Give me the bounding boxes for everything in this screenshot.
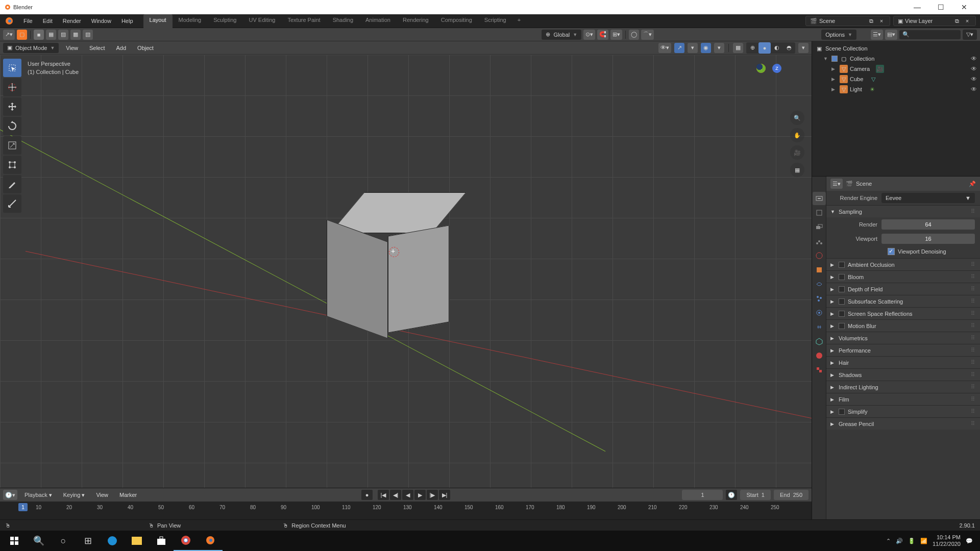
3d-viewport[interactable]: User Perspective (1) Collection | Cube [0,55,812,488]
overlay-dropdown[interactable]: ▾ [714,43,724,53]
ptab-texture[interactable] [813,363,826,377]
panel-hair[interactable]: ▶Hair⠿ [826,356,980,368]
tab-scripting[interactable]: Scripting [478,14,512,28]
panel-enable-checkbox[interactable] [839,274,845,280]
wifi-icon[interactable]: 📶 [920,538,927,544]
ptab-render[interactable] [813,192,826,205]
menu-window[interactable]: Window [86,16,116,26]
properties-editor-type[interactable]: ☰▾ [830,179,843,189]
viewport-samples-input[interactable] [881,234,975,244]
timeline-playback[interactable]: Playback ▾ [20,490,56,500]
gizmo-toggle[interactable]: ↗ [674,43,684,53]
shading-solid[interactable]: ● [758,42,771,54]
expand-icon[interactable]: ▼ [823,56,829,61]
tab-shading[interactable]: Shading [327,14,359,28]
mode-selector[interactable]: ▣ Object Mode ▼ [3,43,59,53]
task-view-button[interactable]: ⊞ [76,531,100,551]
panel-ambient-occlusion[interactable]: ▶Ambient Occlusion⠿ [826,258,980,270]
notifications-icon[interactable]: 💬 [966,538,973,544]
current-frame[interactable]: 1 [682,490,723,500]
visibility-toggle-icon[interactable]: 👁 [971,55,977,62]
visibility-toggle-icon[interactable]: 👁 [971,86,977,93]
tab-texture[interactable]: Texture Paint [281,14,326,28]
tool-transform[interactable] [3,156,21,174]
proportional-edit[interactable]: ◯ [629,30,639,40]
tab-sculpting[interactable]: Sculpting [207,14,242,28]
snap-target[interactable]: ⊞▾ [610,30,622,40]
menu-help[interactable]: Help [116,16,138,26]
close-button[interactable]: ✕ [952,3,976,11]
menu-file[interactable]: File [18,16,38,26]
blender-taskbar-icon[interactable] [198,531,223,551]
scene-breadcrumb[interactable]: Scene [856,181,872,187]
panel-indirect-lighting[interactable]: ▶Indirect Lighting⠿ [826,381,980,393]
tool-rotate[interactable] [3,117,21,135]
panel-enable-checkbox[interactable] [839,286,845,292]
panel-screen-space-reflections[interactable]: ▶Screen Space Reflections⠿ [826,307,980,319]
navigation-gizmo[interactable]: Z X Y [756,64,797,105]
pivot-point[interactable]: ⊙▾ [583,30,595,40]
expand-icon[interactable]: ▶ [831,77,838,82]
tree-camera[interactable]: ▶ ▽ Camera 🎥 👁 [812,64,980,74]
select-mode-set[interactable]: ■ [34,30,44,40]
panel-enable-checkbox[interactable] [839,262,845,268]
panel-subsurface-scattering[interactable]: ▶Subsurface Scattering⠿ [826,295,980,307]
panel-enable-checkbox[interactable] [839,298,845,305]
tool-select-box[interactable] [3,59,21,77]
system-clock[interactable]: 10:14 PM 11/22/2020 [933,534,961,547]
viewport-denoising-checkbox[interactable] [888,248,895,255]
tray-expand-icon[interactable]: ⌃ [886,538,891,544]
timeline-editor-type[interactable]: 🕐▾ [3,490,17,500]
new-scene-icon[interactable]: ⧉ [867,18,875,24]
tab-rendering[interactable]: Rendering [397,14,435,28]
outliner-display-mode[interactable]: ▤▾ [885,30,897,40]
scene-selector[interactable]: 🎬 ⧉ × [805,16,890,26]
panel-volumetrics[interactable]: ▶Volumetrics⠿ [826,332,980,344]
perspective-toggle-icon[interactable]: ▦ [790,163,804,177]
tab-animation[interactable]: Animation [359,14,397,28]
tab-layout[interactable]: Layout [143,14,173,28]
gizmo-z-axis[interactable]: Z [772,64,781,73]
visibility-toggle-icon[interactable]: 👁 [971,65,977,72]
maximize-button[interactable]: ☐ [929,3,952,11]
store-icon[interactable] [149,531,174,551]
jump-next-keyframe[interactable]: |▶ [427,490,438,500]
select-mode-intersect[interactable]: ▧ [83,30,93,40]
ptab-constraints[interactable] [813,320,826,334]
minimize-button[interactable]: — [905,3,929,11]
select-box-indicator[interactable]: ▢ [17,30,27,40]
explorer-icon[interactable] [125,531,149,551]
panel-shadows[interactable]: ▶Shadows⠿ [826,368,980,381]
timeline-ruler[interactable]: 1 10203040506070809010011012013014015016… [0,502,812,519]
ptab-scene[interactable] [813,235,826,248]
overlay-toggle[interactable]: ◉ [701,43,711,53]
shading-rendered[interactable]: ◓ [783,42,795,54]
collection-checkbox[interactable] [831,56,838,62]
panel-performance[interactable]: ▶Performance⠿ [826,344,980,356]
viewport-menu-object[interactable]: Object [133,43,158,53]
start-button[interactable] [2,531,27,551]
panel-enable-checkbox[interactable] [839,409,845,415]
tree-collection[interactable]: ▼ ▢ Collection 👁 [812,54,980,64]
camera-view-icon[interactable]: 🎥 [790,145,804,160]
ptab-object[interactable] [813,263,826,277]
viewlayer-name-input[interactable] [905,18,951,24]
outliner-tree[interactable]: ▣ Scene Collection ▼ ▢ Collection 👁 ▶ ▽ … [812,41,980,176]
panel-enable-checkbox[interactable] [839,323,845,329]
shading-dropdown[interactable]: ▾ [798,43,808,53]
viewlayer-selector[interactable]: ▣ ⧉ × [893,16,976,26]
menu-edit[interactable]: Edit [38,16,58,26]
cursor-tool-dropdown[interactable]: ↗▾ [3,30,15,40]
tab-modeling[interactable]: Modeling [173,14,208,28]
ptab-world[interactable] [813,249,826,262]
gizmo-dropdown[interactable]: ▾ [688,43,698,53]
jump-to-end[interactable]: ▶| [439,490,450,500]
add-workspace-button[interactable]: + [512,14,526,28]
snap-toggle[interactable]: 🧲 [597,30,608,40]
ptab-mesh[interactable] [813,335,826,348]
viewport-menu-add[interactable]: Add [112,43,131,53]
timeline-marker[interactable]: Marker [115,490,141,500]
tree-light[interactable]: ▶ ▽ Light ☀ 👁 [812,84,980,94]
visibility-toggle-icon[interactable]: 👁 [971,76,977,83]
render-samples-input[interactable] [881,219,975,230]
